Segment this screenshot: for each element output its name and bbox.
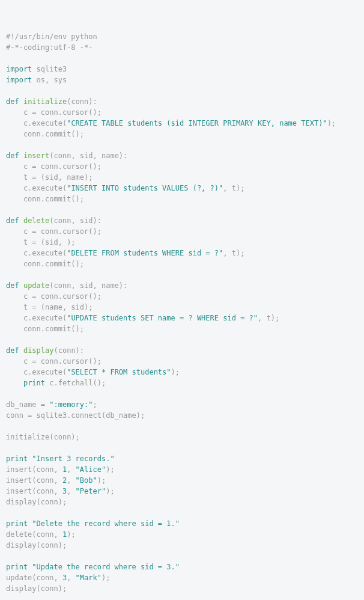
fn-delete: delete	[19, 216, 50, 225]
keyword-print: print	[6, 455, 28, 463]
keyword-import: import	[6, 65, 32, 73]
sql-create: "CREATE TABLE students (sid INTEGER PRIM…	[67, 119, 327, 127]
fn-update: update	[19, 281, 50, 290]
coding-decl: #-*-coding:utf-8 -*-	[6, 43, 93, 52]
keyword-def: def	[6, 346, 19, 355]
fn-initialize: initialize	[19, 97, 67, 106]
keyword-def: def	[6, 152, 19, 160]
keyword-print: print	[6, 519, 28, 528]
str-memory: ":memory:"	[49, 400, 93, 409]
fn-insert: insert	[19, 152, 50, 160]
sql-delete: "DELETE FROM students WHERE sid = ?"	[67, 249, 223, 257]
keyword-import: import	[6, 76, 32, 84]
keyword-def: def	[6, 281, 19, 290]
str-update-3: "Update the record where sid = 3."	[28, 563, 180, 571]
shebang: #!/usr/bin/env python	[6, 32, 97, 41]
keyword-def: def	[6, 216, 19, 225]
str-delete-1: "Delete the record where sid = 1."	[28, 519, 180, 528]
sql-insert: "INSERT INTO students VALUES (?, ?)"	[67, 184, 223, 192]
code-block: #!/usr/bin/env python #-*-coding:utf-8 -…	[6, 31, 358, 600]
sql-update: "UPDATE students SET name = ? WHERE sid …	[67, 314, 258, 322]
keyword-print: print	[23, 379, 45, 387]
str-insert-3: "Insert 3 records."	[28, 455, 115, 463]
keyword-def: def	[6, 97, 19, 106]
fn-display: display	[19, 346, 54, 355]
keyword-print: print	[6, 563, 28, 571]
sql-select: "SELECT * FROM students"	[67, 368, 171, 376]
